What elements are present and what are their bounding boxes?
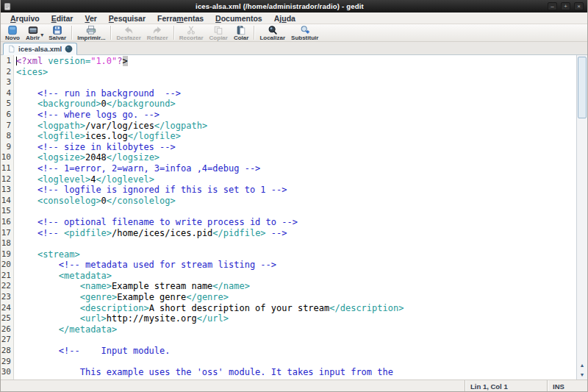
cut-icon [186,25,196,35]
code-text: <!-- run in background --> [14,88,181,99]
new-document-icon [7,25,18,35]
save-icon [52,25,62,35]
toolbar-button-localizar[interactable]: Localizar [257,24,288,41]
scrollbar-thumb[interactable] [578,57,587,118]
code-text: This example uses the 'oss' module. It t… [14,367,393,378]
cursor-position-indicator: Lin 1, Col 1 [465,380,547,392]
tab-close-button[interactable] [65,45,73,53]
code-line: 7 <logpath>/var/log/ices</logpath> [1,121,576,132]
menu-item-ver[interactable]: Ver [79,14,102,23]
statusbar-spacer [1,380,465,392]
close-button[interactable]: × [574,2,584,10]
menu-item-ferramentas[interactable]: Ferramentas [151,14,209,23]
code-line: 18 [1,238,576,249]
line-number: 11 [1,163,14,174]
line-number: 18 [1,238,14,249]
maximize-button[interactable]: + [561,2,570,10]
code-line: 9 <!-- size in kilobytes --> [1,142,576,153]
code-line: 10 <logsize>2048</logsize> [1,152,576,163]
toolbar-button-copiar[interactable]: Copiar [207,24,231,41]
tab-ices-alsa-xml[interactable]: ices-alsa.xml [3,43,77,55]
scroll-down-button[interactable]: ▼ [577,370,587,379]
code-line: 13 <!-- logfile is ignored if this is se… [1,185,576,196]
line-number: 21 [1,271,14,282]
line-number: 27 [1,335,14,346]
code-text: <!-- optional filename to write process … [14,217,298,228]
code-line: 2<ices> [1,67,576,78]
menu-item-documentos[interactable]: Documentos [209,14,268,23]
code-view[interactable]: 1<?xml version="1.0"?>2<ices>34 <!-- run… [1,55,576,379]
code-text: <!-- <pidfile>/home/ices/ices.pid</pidfi… [14,228,287,239]
minimize-button[interactable]: – [548,2,557,10]
line-number: 10 [1,152,14,163]
line-number: 3 [1,77,14,88]
toolbar-button-label: Salvar [49,35,66,41]
titlebar[interactable]: ices-alsa.xml (/home/administrador/radio… [1,0,587,13]
code-line: 8 <logfile>ices.log</logfile> [1,131,576,142]
toolbar-button-label: Desfazer [116,35,140,41]
code-text: <background>0</background> [14,99,176,110]
gedit-app-icon [3,2,12,11]
toolbar-button-salvar[interactable]: Salvar [46,24,69,41]
code-text: <logfile>ices.log</logfile> [14,131,181,142]
menu-item-editar[interactable]: Editar [46,14,79,23]
toolbar-separator [71,26,72,40]
code-text: <consolelog>0</consolelog> [14,196,176,207]
code-line: 19 <stream> [1,249,576,260]
scroll-up-button[interactable]: ▲ [577,360,587,370]
toolbar-button-label: Recortar [179,35,204,41]
toolbar-button-colar[interactable]: Colar [231,24,251,41]
toolbar-button-imprimir[interactable]: Imprimir... [74,24,108,41]
redo-icon [152,25,162,35]
open-folder-icon [28,25,38,35]
toolbar-button-novo[interactable]: Novo [2,24,23,41]
replace-icon [300,25,310,35]
document-icon [7,45,15,53]
code-line: 24 <description>A short description of y… [1,303,576,314]
code-line: 26 </metadata> [1,324,576,335]
code-text: <loglevel>4</loglevel> [14,174,154,185]
code-text: <url>http://mysite.org</url> [14,313,229,324]
menu-item-pesquisar[interactable]: Pesquisar [103,14,151,23]
code-text [14,357,16,368]
line-number: 28 [1,346,14,357]
toolbar-button-substituir[interactable]: Substituir [288,24,321,41]
gedit-window: ices-alsa.xml (/home/administrador/radio… [0,0,588,392]
code-text: <!-- 1=error, 2=warn, 3=infoa ,4=debug -… [14,163,260,174]
line-number: 24 [1,303,14,314]
menu-item-ajuda[interactable]: Ajuda [268,14,301,23]
code-line: 1<?xml version="1.0"?> [1,56,576,67]
code-text: <stream> [14,249,80,260]
code-text: <ices> [14,67,48,78]
toolbar-separator [110,26,111,40]
line-number: 25 [1,313,14,324]
line-number: 19 [1,249,14,260]
toolbar-button-desfazer[interactable]: Desfazer [113,24,143,41]
line-number: 29 [1,357,14,368]
line-number: 20 [1,260,14,271]
toolbar-button-refazer[interactable]: Refazer [144,24,171,41]
code-text [14,335,16,346]
line-number: 22 [1,281,14,292]
toolbar-button-label: Copiar [209,35,228,41]
line-number: 13 [1,185,14,196]
insert-mode-indicator: INS [547,380,587,392]
code-line: 12 <loglevel>4</loglevel> [1,174,576,185]
toolbar-button-recortar[interactable]: Recortar [176,24,207,41]
toolbar-button-label: Refazer [147,35,168,41]
code-text [14,206,16,217]
code-line: 30 This example uses the 'oss' module. I… [1,367,576,378]
toolbar-button-label: Imprimir... [77,35,105,41]
tab-label: ices-alsa.xml [18,45,62,53]
code-text: <description>A short description of your… [14,303,404,314]
line-number: 26 [1,324,14,335]
copy-icon [213,25,223,35]
line-number: 12 [1,174,14,185]
toolbar-button-abrir[interactable]: Abrir [23,24,43,41]
editor-area[interactable]: 1<?xml version="1.0"?>2<ices>34 <!-- run… [1,55,587,379]
menu-item-arquivo[interactable]: Arquivo [4,14,46,23]
code-text [14,77,16,88]
line-number: 1 [1,56,14,67]
open-recent-dropdown-icon[interactable]: ▾ [40,32,43,38]
vertical-scrollbar[interactable]: ▲ ▼ [576,55,587,379]
